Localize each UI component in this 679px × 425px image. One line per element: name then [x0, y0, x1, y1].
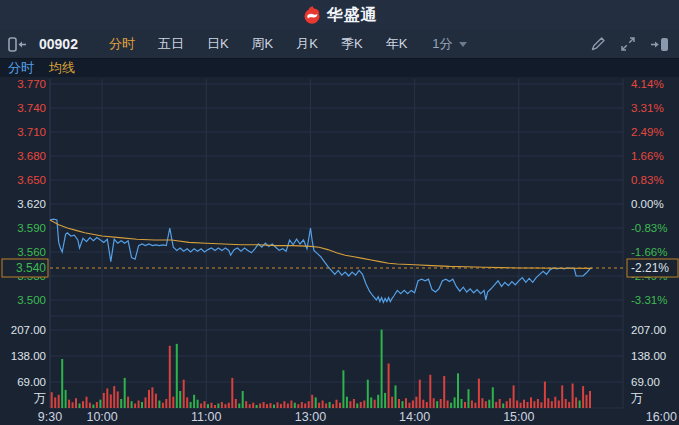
volume-bar — [283, 401, 285, 408]
volume-bar — [65, 390, 67, 408]
period-tab-rik[interactable]: 日K — [202, 33, 234, 55]
open-panel-right-icon[interactable] — [650, 37, 669, 52]
volume-bar — [492, 387, 494, 408]
legend-item-junxian-line[interactable]: 均线 — [49, 59, 75, 77]
interval-label: 1分 — [432, 35, 452, 53]
volume-bar — [544, 382, 546, 408]
volume-bar — [231, 378, 233, 408]
price-axis-label: 3.740 — [17, 102, 46, 114]
volume-bar — [214, 405, 216, 408]
volume-bar — [211, 403, 213, 408]
volume-bar — [527, 402, 529, 408]
volume-bar — [471, 401, 473, 409]
volume-bar — [408, 403, 410, 408]
volume-bar — [388, 364, 390, 409]
volume-bar — [79, 404, 81, 409]
volume-bar — [342, 370, 344, 408]
volume-bar — [277, 402, 279, 408]
volume-bar — [464, 402, 466, 408]
expand-icon[interactable] — [620, 36, 636, 52]
volume-bar — [266, 404, 268, 408]
volume-axis-label: 69.00 — [17, 376, 46, 388]
volume-bar — [75, 398, 77, 408]
volume-bar — [454, 397, 456, 408]
volume-bar — [506, 401, 508, 408]
volume-bar — [325, 404, 327, 409]
volume-bar — [568, 402, 570, 408]
volume-bar — [176, 344, 178, 408]
volume-bar — [426, 402, 428, 408]
volume-bar — [447, 401, 449, 409]
last-change-tag-label: -2.21% — [631, 261, 669, 275]
volume-bar — [554, 397, 556, 408]
period-tab-yuek[interactable]: 月K — [291, 33, 323, 55]
period-tab-wuri[interactable]: 五日 — [153, 33, 189, 55]
volume-bar — [117, 391, 119, 408]
volume-bar — [249, 404, 251, 408]
volume-bar — [346, 397, 348, 408]
volume-bar — [395, 385, 397, 408]
period-tab-fenshi[interactable]: 分时 — [104, 33, 140, 55]
volume-bar — [169, 346, 171, 408]
volume-bar — [419, 380, 421, 408]
volume-bar — [287, 404, 289, 409]
volume-bar — [207, 404, 209, 408]
volume-bar — [270, 403, 272, 408]
period-tab-jik[interactable]: 季K — [336, 33, 368, 55]
time-axis-label: 9:30 — [38, 410, 62, 424]
volume-bar — [106, 388, 108, 408]
volume-bar — [224, 404, 226, 408]
volume-bar — [502, 404, 504, 409]
volume-bar — [495, 402, 497, 408]
app-header: 华盛通 — [0, 0, 679, 30]
volume-bar — [332, 404, 334, 408]
brand-flame-icon — [302, 5, 322, 25]
volume-bar — [356, 404, 358, 409]
volume-bar — [72, 402, 74, 408]
pct-axis-label: 3.31% — [631, 102, 664, 114]
volume-bar — [339, 403, 341, 408]
pct-axis-label: -0.83% — [631, 222, 667, 234]
volume-bar — [54, 397, 56, 408]
volume-unit-label: 万 — [631, 391, 643, 405]
volume-bar — [228, 403, 230, 408]
volume-bar — [572, 384, 574, 409]
volume-bar — [579, 401, 581, 409]
volume-bar — [398, 399, 400, 408]
pct-axis-label: 4.14% — [631, 78, 664, 90]
period-tab-zhouk[interactable]: 周K — [247, 33, 279, 55]
volume-bar — [433, 398, 435, 408]
volume-bar — [148, 390, 150, 408]
volume-bar — [297, 404, 299, 408]
volume-bar — [238, 404, 240, 409]
volume-bar — [461, 399, 463, 408]
volume-bar — [370, 397, 372, 408]
volume-bar — [565, 399, 567, 408]
volume-bar — [172, 397, 174, 408]
volume-bar — [273, 405, 275, 408]
legend-item-fenshi-line[interactable]: 分时 — [8, 59, 34, 77]
volume-bar — [138, 401, 140, 409]
volume-bar — [110, 394, 112, 408]
pencil-icon[interactable] — [590, 36, 606, 52]
collapse-panel-left-icon[interactable] — [8, 37, 27, 52]
volume-bar — [183, 380, 185, 408]
period-tabs: 分时五日日K周K月K季K年K — [104, 33, 412, 55]
volume-bar — [523, 400, 525, 408]
interval-dropdown[interactable]: 1分 — [432, 35, 466, 53]
volume-bar — [450, 403, 452, 408]
volume-bar — [488, 400, 490, 408]
brand-logo: 华盛通 — [302, 5, 378, 26]
period-tab-niank[interactable]: 年K — [381, 33, 413, 55]
volume-bar — [586, 395, 588, 408]
volume-bar — [165, 399, 167, 408]
volume-unit-label: 万 — [34, 391, 46, 405]
volume-bar — [474, 403, 476, 408]
volume-bar — [429, 375, 431, 408]
volume-bar — [193, 395, 195, 408]
volume-bar — [443, 376, 445, 408]
volume-bar — [155, 394, 157, 408]
series-legend: 分时均线 — [0, 59, 679, 77]
volume-bar — [349, 401, 351, 408]
pct-axis-label: 1.66% — [631, 150, 664, 162]
